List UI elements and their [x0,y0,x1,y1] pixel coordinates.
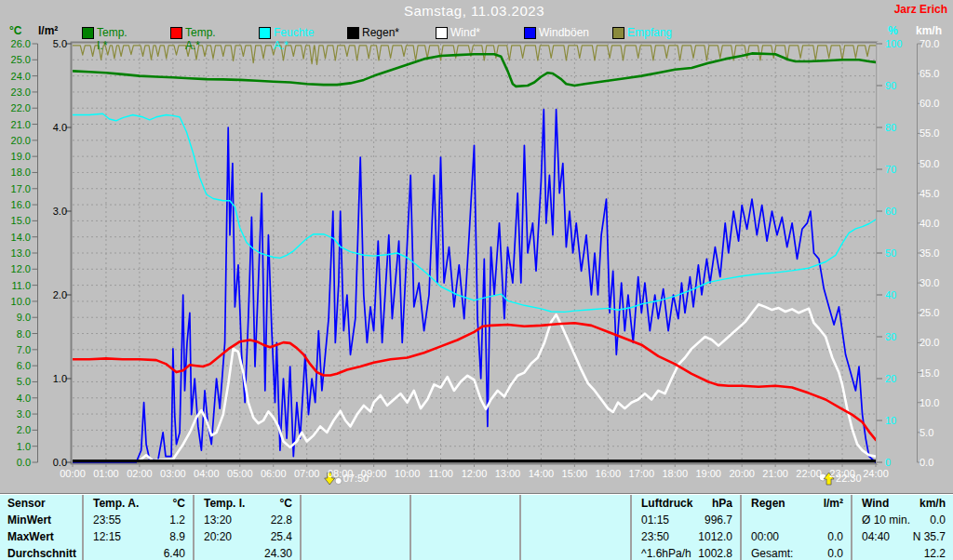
time-tick-label: 04:00 [188,468,225,479]
kmh-tick-label: 35.0 [919,247,951,259]
owner-name: Jarz Erich [894,3,947,16]
table-column-tempa: Temp. A.°C23:551.212:158.96.40 [82,495,193,560]
rain-axis-unit: l/m² [38,24,58,37]
kmh-tick-label: 25.0 [919,307,951,318]
kmh-tick-label: 45.0 [919,188,951,199]
feuchte-swatch-icon [259,27,271,39]
table-column-header: Temp. I. [195,496,245,512]
table-column-wind: Windkm/hØ 10 min.0.004:40N 35.712.2 [851,495,953,560]
celsius-tick-label: 2.0 [3,424,31,435]
time-tick-label: 17:00 [623,468,660,479]
rain-tick-label: 1.0 [41,373,67,384]
table-column-tempi: Temp. I.°C13:2022.820:2025.424.30 [193,495,300,560]
rain-tick-label: 4.0 [41,122,67,133]
table-cell-time: 23:50 [632,529,669,545]
regen-swatch-icon [347,27,359,39]
table-cell-value: 996.7 [705,513,740,528]
table-row: ^1.6hPa/h1002.8 [632,545,740,560]
celsius-tick-label: 3.0 [3,408,31,420]
percent-tick-label: 90 [885,80,913,91]
time-tick-label: 24:00 [857,468,894,479]
legend-label: Empfang [627,26,672,39]
celsius-tick-label: 13.0 [3,247,31,259]
table-header-row [411,495,519,512]
celsius-tick-label: 11.0 [3,280,31,291]
table-cell-value [402,513,409,528]
table-cell-time [302,546,311,560]
time-tick-label: 12:00 [456,468,493,479]
celsius-tick-label: 10.0 [3,296,31,307]
table-cell-time: 23:55 [84,513,121,528]
rain-tick-label: 2.0 [41,289,67,300]
table-row: 01:15996.7 [632,512,740,528]
table-row-label-column: SensorMinWertMaxWertDurchschnitt [0,495,82,560]
kmh-tick-label: 30.0 [919,277,951,288]
table-cell-time: 04:40 [852,529,890,545]
kmh-tick-label: 10.0 [919,397,951,408]
time-tick-label: 06:00 [255,468,292,479]
table-cell-value [512,513,519,528]
table-cell-time: ^1.6hPa/h [632,546,691,560]
celsius-tick-label: 6.0 [3,360,31,371]
table-column-unit [623,496,630,512]
percent-tick-label: 40 [885,289,913,300]
table-column-header: Temp. A. [84,496,139,512]
table-cell-time [411,546,421,560]
moonset-time-label: 07:50 [343,473,369,484]
time-tick-label: 14:00 [522,468,559,479]
plot-area[interactable] [73,44,876,462]
temp-i-swatch-icon [82,27,94,39]
percent-tick-label: 70 [885,164,913,175]
table-column-header [521,496,530,512]
table-header-row: LuftdruckhPa [632,495,740,512]
kmh-tick-label: 55.0 [919,127,951,139]
table-cell-value: 1.2 [169,513,193,528]
percent-tick-label: 20 [885,373,913,384]
table-cell-value: 12.2 [924,546,953,560]
percent-tick-label: 10 [885,415,913,426]
table-row [302,512,409,528]
table-cell-value: 25.4 [271,529,300,545]
time-tick-label: 22:00 [790,468,827,479]
table-header-row [302,495,409,512]
temp-a-swatch-icon [170,27,182,39]
table-column-unit: °C [173,496,193,512]
table-column-header [411,496,421,512]
time-tick-label: 00:00 [54,468,91,479]
table-row: Sensor [0,495,82,512]
wind-swatch-icon [436,27,448,39]
celsius-tick-label: 16.0 [3,199,31,210]
celsius-tick-label: 7.0 [3,344,31,355]
celsius-tick-label: 25.0 [3,54,31,65]
table-row: Gesamt:0.0 [742,545,851,560]
time-tick-label: 01:00 [87,468,125,479]
kmh-tick-label: 50.0 [919,158,951,169]
legend-label: Windböen [539,26,589,39]
table-cell-time: 01:15 [632,513,669,528]
moonrise-time-label: 22:30 [836,473,862,484]
percent-tick-label: 100 [885,38,913,49]
legend-label: Regen* [362,26,399,39]
table-header-row: Windkm/h [852,495,953,512]
table-cell-time: 20:20 [195,529,232,545]
table-row: 12.2 [852,545,953,560]
table-row: 23:501012.0 [632,528,740,545]
time-tick-label: 21:00 [757,468,794,479]
table-cell-value [402,529,409,545]
time-tick-label: 11:00 [423,468,460,479]
kmh-tick-label: 40.0 [919,218,951,229]
celsius-tick-label: 18.0 [3,167,31,178]
kmh-tick-label: 0.0 [919,457,951,468]
table-header-row [521,495,630,512]
table-row-label: MinWert [0,513,51,528]
humidity-axis-unit: % [888,24,898,37]
table-column-header [302,496,311,512]
table-cell-value [623,546,630,560]
table-cell-time [521,513,530,528]
table-column-unit: °C [280,496,300,512]
rain-tick-label: 5.0 [41,38,67,49]
table-cell-time [852,546,862,560]
celsius-tick-label: 20.0 [3,135,31,146]
table-cell-time: Gesamt: [742,546,793,560]
table-cell-time: 13:20 [195,513,232,528]
